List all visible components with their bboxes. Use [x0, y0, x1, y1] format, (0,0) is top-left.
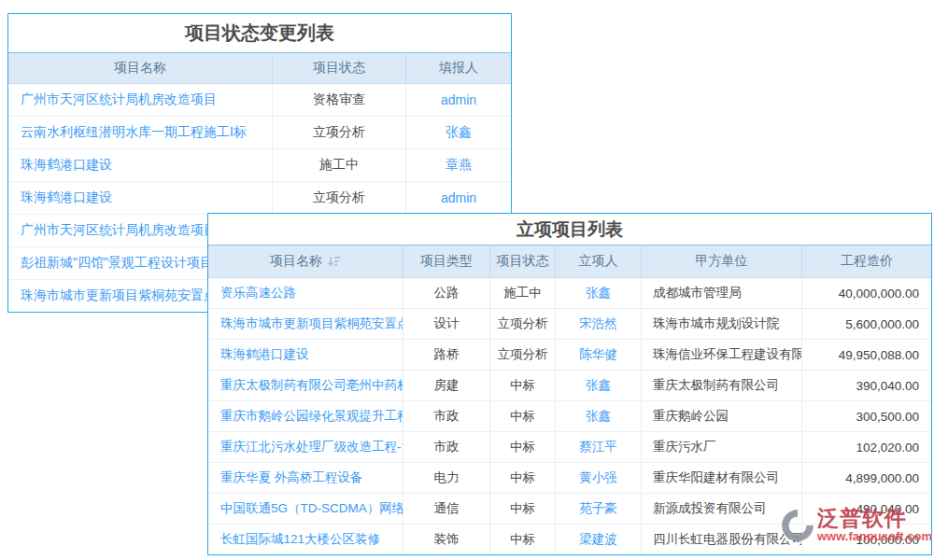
project-status-value: 中标: [489, 463, 555, 493]
project-status-value: 立项分析: [272, 117, 405, 148]
table-row: 云南水利枢纽潜明水库一期工程施工I标立项分析张鑫: [8, 117, 511, 149]
table-row: 重庆华夏 外高桥工程设备电力中标黄小强重庆华阳建材有限公司4,899,000.0…: [208, 463, 931, 494]
project-status-value: 中标: [489, 432, 555, 462]
project-name-link[interactable]: 重庆江北污水处理厂级改造工程-道路...: [208, 432, 403, 462]
project-approval-table-body: 资乐高速公路公路施工中张鑫成都城市管理局40,000,000.00珠海市城市更新…: [208, 278, 931, 554]
project-type-value: 装饰: [403, 525, 489, 554]
approver-link[interactable]: 蔡江平: [555, 432, 641, 462]
client-unit-value: 重庆太极制药有限公司: [641, 371, 801, 400]
project-type-value: 公路: [403, 278, 489, 308]
project-cost-value: 490,040.00: [801, 494, 931, 524]
project-status-value: 立项分析: [489, 340, 555, 370]
client-unit-value: 成都城市管理局: [641, 278, 801, 308]
project-cost-value: 390,040.00: [801, 371, 931, 400]
table-row: 资乐高速公路公路施工中张鑫成都城市管理局40,000,000.00: [208, 278, 931, 309]
reporter-link[interactable]: admin: [405, 182, 511, 214]
project-status-value: 中标: [489, 371, 555, 400]
page: 项目状态变更列表 项目名称 项目状态 填报人 广州市天河区统计局机房改造项目资格…: [0, 0, 934, 560]
project-status-value: 中标: [489, 494, 555, 524]
project-name-link[interactable]: 长虹国际城121大楼公区装修: [208, 525, 403, 554]
column-header-project-status: 项目状态: [272, 53, 405, 83]
table-row: 珠海鹤港口建设施工中章燕: [8, 149, 511, 182]
column-header-project-name: 项目名称: [8, 53, 272, 83]
project-status-value: 中标: [489, 525, 555, 554]
table-row: 珠海鹤港口建设路桥立项分析陈华健珠海信业环保工程建设有限...49,950,08…: [208, 340, 931, 371]
column-header-project-cost: 工程造价: [801, 245, 931, 277]
project-name-link[interactable]: 珠海鹤港口建设: [208, 340, 403, 370]
column-header-project-status: 项目状态: [489, 245, 555, 277]
project-name-link[interactable]: 珠海鹤港口建设: [8, 182, 272, 214]
project-type-value: 通信: [403, 494, 489, 524]
project-type-value: 电力: [403, 463, 489, 493]
project-type-value: 房建: [403, 371, 489, 400]
table-row: 广州市天河区统计局机房改造项目资格审查admin: [8, 84, 511, 117]
project-approval-table-header: 项目名称 项目类型 项目状态 立项人 甲方单位 工程造价: [208, 245, 931, 278]
client-unit-value: 重庆华阳建材有限公司: [641, 463, 801, 493]
reporter-link[interactable]: 章燕: [405, 149, 511, 181]
table-row: 珠海市城市更新项目紫桐苑安置点设...设计立项分析宋浩然珠海市城市规划设计院5,…: [208, 309, 931, 340]
sort-icon[interactable]: [328, 256, 341, 267]
approver-link[interactable]: 黄小强: [555, 463, 641, 493]
project-approval-table-title: 立项项目列表: [208, 214, 931, 245]
project-approval-table: 立项项目列表 项目名称 项目类型 项目状态 立项人 甲方单位 工程造价: [207, 213, 932, 555]
project-name-link[interactable]: 重庆太极制药有限公司亳州中药材仓...: [208, 371, 403, 400]
status-change-table-title: 项目状态变更列表: [8, 14, 511, 53]
project-type-value: 设计: [403, 309, 489, 339]
project-status-value: 施工中: [272, 149, 405, 181]
project-name-link[interactable]: 珠海鹤港口建设: [8, 149, 272, 181]
approver-link[interactable]: 张鑫: [555, 401, 641, 431]
project-cost-value: 100,000.00: [801, 525, 931, 554]
reporter-link[interactable]: 张鑫: [405, 117, 511, 148]
column-header-project-name-sortable[interactable]: 项目名称: [208, 245, 403, 277]
project-type-value: 市政: [403, 432, 489, 462]
project-name-link[interactable]: 资乐高速公路: [208, 278, 403, 308]
table-row: 中国联通5G（TD-SCDMA）网络三期...通信中标苑子豪新源成投资有限公司4…: [208, 494, 931, 525]
project-status-value: 施工中: [489, 278, 555, 308]
project-status-value: 资格审查: [272, 84, 405, 116]
table-row: 重庆太极制药有限公司亳州中药材仓...房建中标张鑫重庆太极制药有限公司390,0…: [208, 371, 931, 401]
project-name-link[interactable]: 珠海市城市更新项目紫桐苑安置点设...: [208, 309, 403, 339]
reporter-link[interactable]: admin: [405, 84, 511, 116]
column-header-approver: 立项人: [555, 245, 641, 277]
client-unit-value: 重庆污水厂: [641, 432, 801, 462]
client-unit-value: 珠海市城市规划设计院: [641, 309, 801, 339]
project-cost-value: 300,500.00: [801, 401, 931, 431]
project-name-link[interactable]: 广州市天河区统计局机房改造项目: [8, 84, 272, 116]
column-header-reporter: 填报人: [405, 53, 511, 83]
column-header-project-type: 项目类型: [403, 245, 489, 277]
client-unit-value: 珠海信业环保工程建设有限...: [641, 340, 801, 370]
status-change-table-header: 项目名称 项目状态 填报人: [8, 53, 511, 84]
table-row: 重庆江北污水处理厂级改造工程-道路...市政中标蔡江平重庆污水厂102,020.…: [208, 432, 931, 463]
project-cost-value: 5,600,000.00: [801, 309, 931, 339]
client-unit-value: 重庆鹅岭公园: [641, 401, 801, 431]
project-type-value: 路桥: [403, 340, 489, 370]
project-name-link[interactable]: 重庆市鹅岭公园绿化景观提升工程施工: [208, 401, 403, 431]
project-name-link[interactable]: 中国联通5G（TD-SCDMA）网络三期...: [208, 494, 403, 524]
project-status-value: 立项分析: [489, 309, 555, 339]
approver-link[interactable]: 陈华健: [555, 340, 641, 370]
project-name-link[interactable]: 云南水利枢纽潜明水库一期工程施工I标: [8, 117, 272, 148]
client-unit-value: 四川长虹电器股份有限公司: [641, 525, 801, 554]
project-name-link[interactable]: 重庆华夏 外高桥工程设备: [208, 463, 403, 493]
client-unit-value: 新源成投资有限公司: [641, 494, 801, 524]
project-status-value: 中标: [489, 401, 555, 431]
approver-link[interactable]: 苑子豪: [555, 494, 641, 524]
table-row: 长虹国际城121大楼公区装修装饰中标梁建波四川长虹电器股份有限公司100,000…: [208, 525, 931, 554]
approver-link[interactable]: 张鑫: [555, 371, 641, 400]
approver-link[interactable]: 宋浩然: [555, 309, 641, 339]
project-cost-value: 49,950,088.00: [801, 340, 931, 370]
project-cost-value: 102,020.00: [801, 432, 931, 462]
project-status-value: 立项分析: [272, 182, 405, 214]
project-cost-value: 4,899,000.00: [801, 463, 931, 493]
table-row: 重庆市鹅岭公园绿化景观提升工程施工市政中标张鑫重庆鹅岭公园300,500.00: [208, 401, 931, 432]
project-cost-value: 40,000,000.00: [801, 278, 931, 308]
table-row: 珠海鹤港口建设立项分析admin: [8, 182, 511, 215]
column-header-client-unit: 甲方单位: [641, 245, 801, 277]
project-type-value: 市政: [403, 401, 489, 431]
approver-link[interactable]: 张鑫: [555, 278, 641, 308]
approver-link[interactable]: 梁建波: [555, 525, 641, 554]
column-header-label: 项目名称: [270, 253, 322, 270]
